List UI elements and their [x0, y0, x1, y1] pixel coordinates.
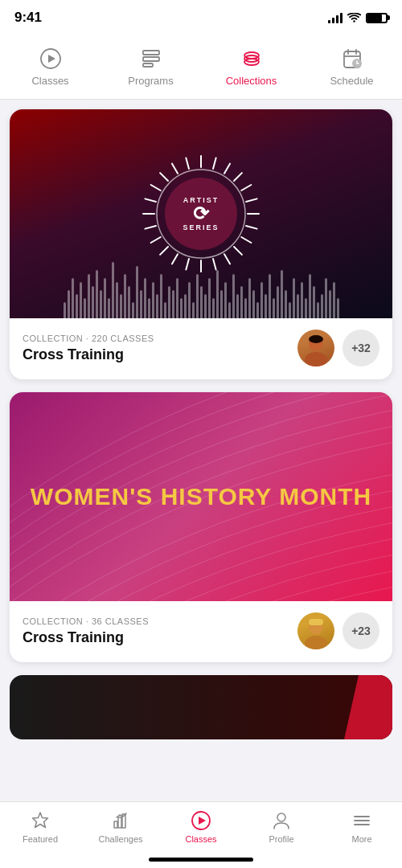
top-nav-schedule[interactable]: Schedule	[302, 35, 402, 99]
bottom-nav-featured-label: Featured	[23, 834, 58, 844]
play-icon	[39, 47, 62, 70]
bottom-nav-classes[interactable]: Classes	[161, 810, 241, 844]
top-nav: Classes Programs Collections	[0, 35, 402, 100]
artist-emblem: ARTIST ⟳ SERIES	[137, 149, 265, 278]
svg-line-24	[234, 247, 242, 255]
collection-card-partial[interactable]	[10, 675, 392, 739]
home-indicator	[149, 858, 253, 862]
svg-line-31	[151, 237, 161, 243]
card-info-whm: COLLECTION · 36 CLASSES Cross Training +…	[10, 601, 392, 662]
programs-icon	[140, 47, 162, 70]
avatar-whm	[297, 612, 334, 649]
status-icons	[328, 12, 388, 23]
svg-point-41	[305, 352, 327, 366]
featured-icon	[30, 810, 51, 831]
svg-line-28	[186, 259, 189, 270]
peloton-p: ⟳	[193, 204, 209, 223]
svg-rect-2	[143, 51, 159, 55]
challenges-icon	[110, 810, 131, 831]
svg-rect-45	[309, 619, 323, 625]
partial-red-accent	[344, 675, 392, 739]
wifi-icon	[347, 13, 361, 23]
svg-line-17	[224, 164, 230, 174]
bottom-nav-challenges[interactable]: Challenges	[80, 810, 161, 844]
whm-title: WOMEN'S HISTORY MONTH	[14, 482, 388, 511]
svg-line-23	[241, 237, 251, 243]
card-info-left-whm: COLLECTION · 36 CLASSES Cross Training	[23, 616, 149, 646]
bottom-nav-more-label: More	[351, 834, 371, 844]
top-nav-programs[interactable]: Programs	[100, 35, 201, 99]
whm-bg: WOMEN'S HISTORY MONTH	[10, 392, 392, 601]
svg-line-18	[234, 173, 242, 181]
svg-point-42	[309, 335, 323, 343]
svg-line-35	[151, 185, 161, 190]
svg-line-26	[213, 259, 216, 270]
bottom-nav: Featured Challenges Classes	[0, 801, 402, 868]
schedule-icon	[341, 47, 363, 70]
collection-card-whm[interactable]: WOMEN'S HISTORY MONTH COLLECTION · 36 CL…	[10, 392, 392, 662]
svg-line-29	[172, 254, 178, 264]
bottom-nav-classes-label: Classes	[185, 834, 216, 844]
svg-rect-3	[143, 57, 159, 61]
svg-marker-1	[48, 55, 55, 63]
svg-marker-46	[33, 813, 48, 828]
svg-line-36	[160, 173, 168, 181]
card-info-artist: COLLECTION · 220 CLASSES Cross Training …	[10, 318, 392, 379]
card-info-right-whm: +23	[297, 612, 379, 649]
collection-card-artist[interactable]: ARTIST ⟳ SERIES COLLECTION · 220 CLASSES…	[10, 109, 392, 379]
svg-line-38	[186, 158, 189, 169]
profile-icon	[271, 810, 292, 831]
card-title-whm: Cross Training	[23, 629, 149, 646]
card-image-artist: ARTIST ⟳ SERIES	[10, 109, 392, 318]
svg-line-16	[213, 158, 216, 169]
signal-icon	[328, 12, 343, 23]
svg-line-37	[172, 164, 178, 174]
series-label: SERIES	[183, 223, 219, 231]
top-nav-collections-label: Collections	[226, 75, 277, 87]
card-info-right-artist: +32	[297, 330, 379, 366]
more-icon	[351, 810, 372, 831]
more-badge-artist: +32	[343, 330, 379, 366]
card-info-left-artist: COLLECTION · 220 CLASSES Cross Training	[23, 334, 154, 363]
svg-line-25	[224, 254, 230, 264]
bottom-nav-profile-label: Profile	[269, 834, 293, 844]
top-nav-classes-label: Classes	[31, 75, 68, 87]
svg-point-49	[277, 813, 285, 821]
bottom-nav-challenges-label: Challenges	[98, 834, 142, 844]
svg-line-34	[145, 199, 156, 202]
artist-bg: ARTIST ⟳ SERIES	[10, 109, 392, 318]
card-meta-artist: COLLECTION · 220 CLASSES	[23, 334, 154, 343]
main-content: ARTIST ⟳ SERIES COLLECTION · 220 CLASSES…	[0, 100, 402, 801]
svg-line-32	[145, 226, 156, 229]
card-image-whm: WOMEN'S HISTORY MONTH	[10, 392, 392, 601]
bottom-nav-profile[interactable]: Profile	[241, 810, 322, 844]
card-title-artist: Cross Training	[23, 346, 154, 363]
status-time: 9:41	[14, 10, 42, 26]
svg-marker-48	[199, 817, 206, 825]
card-partial-bg	[10, 675, 392, 739]
card-meta-whm: COLLECTION · 36 CLASSES	[23, 616, 149, 626]
svg-rect-4	[143, 63, 153, 67]
top-nav-collections[interactable]: Collections	[201, 35, 302, 99]
top-nav-classes[interactable]: Classes	[0, 35, 100, 99]
battery-icon	[366, 13, 388, 23]
status-bar: 9:41	[0, 0, 402, 35]
svg-point-44	[305, 636, 327, 649]
svg-line-22	[246, 226, 257, 229]
emblem-inner: ARTIST ⟳ SERIES	[165, 178, 237, 250]
bottom-nav-featured[interactable]: Featured	[0, 810, 80, 844]
bottom-nav-more[interactable]: More	[322, 810, 402, 844]
svg-line-20	[246, 199, 257, 202]
top-nav-schedule-label: Schedule	[330, 75, 373, 87]
svg-line-19	[241, 185, 251, 190]
more-badge-whm: +23	[343, 612, 379, 649]
svg-line-30	[160, 247, 168, 255]
avatar-artist	[297, 330, 334, 366]
classes-active-icon	[191, 810, 211, 831]
collections-icon	[240, 47, 263, 70]
top-nav-programs-label: Programs	[128, 75, 173, 87]
